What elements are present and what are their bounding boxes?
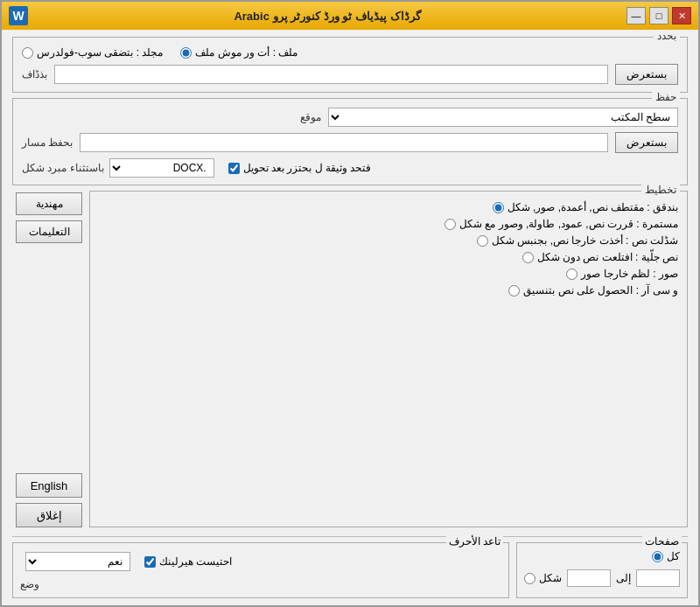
layout-radio-2[interactable]: [477, 235, 488, 247]
location-select[interactable]: سطح المكتب: [328, 108, 678, 127]
layout-option-text-1: مستمرة : قررت نص, عمود, طاولة, وصور مع ش…: [459, 218, 678, 230]
pages-all-label[interactable]: كل: [652, 550, 680, 562]
layout-option-text-5: و سی آر : الحصول على نص بتنسيق: [523, 284, 678, 297]
instructions-button[interactable]: التعليمات: [16, 220, 82, 243]
file-radio-label[interactable]: ملف : أت ور موش ملف: [180, 46, 298, 59]
layout-radio-label-0[interactable]: بندقق : مقتطف نص, أعمدة, صور, شكل: [493, 201, 678, 213]
layout-radio-label-2[interactable]: شڈلت نص : أخذت خارجا نص, بجنبس شكل: [477, 234, 678, 247]
pages-label: صفحات: [642, 535, 682, 548]
folder-radio[interactable]: [22, 47, 33, 59]
layout-option-text-0: بندقق : مقتطف نص, أعمدة, صور, شكل: [508, 201, 678, 213]
advanced-button[interactable]: مهندية: [16, 192, 82, 215]
pdf-path-input[interactable]: [54, 65, 608, 84]
file-radio[interactable]: [180, 47, 192, 59]
english-button[interactable]: English: [16, 473, 82, 498]
layout-option-4: صور : لظم خارجا صور: [99, 268, 678, 280]
layout-radio-label-4[interactable]: صور : لظم خارجا صور: [566, 268, 678, 280]
layout-radio-5[interactable]: [508, 285, 520, 297]
chars-group: تاعد الأحرف احتيست هيرلينك نعم وضع: [12, 542, 509, 598]
title-buttons: ✕ □ —: [626, 7, 691, 24]
pages-from-input[interactable]: [567, 569, 611, 587]
layout-radio-label-1[interactable]: مستمرة : قررت نص, عمود, طاولة, وصور مع ش…: [444, 218, 678, 230]
layout-radio-label-5[interactable]: و سی آر : الحصول على نص بتنسيق: [508, 284, 678, 297]
layout-radio-3[interactable]: [522, 252, 534, 263]
save-section-label: حفظ: [652, 91, 680, 103]
chars-section-label: تاعد الأحرف: [446, 535, 503, 548]
layout-section-label: تخطيط: [641, 184, 680, 196]
app-icon: W: [9, 6, 28, 25]
pages-shape-radio[interactable]: [524, 573, 536, 584]
open-after-text: فتحد وثيقة ل بحتزر بعد تحويل: [243, 162, 372, 174]
layout-group: تخطيط بندقق : مقتطف نص, أعمدة, صور, شكل …: [89, 191, 688, 527]
save-section: حفظ سطح المكتب موقع بستعرض بحفظ مسار فتح…: [12, 98, 688, 185]
open-after-label[interactable]: فتحد وثيقة ل بحتزر بعد تحويل: [228, 162, 372, 174]
window-title: گرڈاک پیڈیاف ٹو ورڈ کنورٹر پرو Arabic: [28, 10, 626, 23]
layout-option-0: بندقق : مقتطف نص, أعمدة, صور, شكل: [99, 201, 678, 213]
layout-option-text-4: صور : لظم خارجا صور: [581, 268, 678, 280]
pages-to-label: إلى: [616, 572, 631, 584]
layout-section: تخطيط بندقق : مقتطف نص, أعمدة, صور, شكل …: [89, 191, 688, 527]
pages-to-input[interactable]: [636, 569, 680, 587]
folder-radio-label[interactable]: مجلد : بتضقى سوب-فولدرس: [22, 46, 163, 59]
hyperlink-label[interactable]: احتيست هيرلينك: [144, 555, 232, 568]
pages-all-row: كل: [524, 550, 680, 562]
action-buttons: مهندية التعليمات English إغلاق: [12, 191, 82, 527]
hyperlink-text: احتيست هيرلينك: [159, 555, 232, 568]
pages-group: صفحات كل إلى شكل: [516, 542, 688, 598]
hyperlink-checkbox[interactable]: [144, 556, 156, 568]
layout-option-text-2: شڈلت نص : أخذت خارجا نص, بجنبس شكل: [492, 234, 678, 247]
minimize-button[interactable]: —: [626, 7, 646, 24]
mode-label: وضع: [20, 578, 39, 590]
new-section: بحدد ملف : أت ور موش ملف مجلد : بتضقى سو…: [12, 37, 688, 93]
bottom-panel: صفحات كل إلى شكل: [12, 536, 688, 598]
browse-pdf-button[interactable]: بستعرض: [615, 64, 678, 85]
layout-option-text-3: نص جلّية : افتلعت نص دون شكل: [537, 251, 678, 263]
pages-shape-text: شكل: [539, 572, 562, 584]
save-path-label: بحفظ مسار: [22, 136, 73, 149]
format-select[interactable]: .DOCX: [109, 158, 214, 178]
browse-pdf-label: بذڈاف: [22, 68, 47, 80]
layout-radio-1[interactable]: [444, 219, 456, 230]
pages-all-text: كل: [667, 550, 680, 562]
layout-option-1: مستمرة : قررت نص, عمود, طاولة, وصور مع ش…: [99, 218, 678, 230]
file-radio-text: ملف : أت ور موش ملف: [195, 46, 298, 59]
layout-option-3: نص جلّية : افتلعت نص دون شكل: [99, 251, 678, 263]
layout-radio-0[interactable]: [493, 202, 504, 213]
open-after-container: فتحد وثيقة ل بحتزر بعد تحويل: [228, 162, 372, 174]
layout-option-2: شڈلت نص : أخذت خارجا نص, بجنبس شكل: [99, 234, 678, 247]
open-after-checkbox[interactable]: [228, 163, 240, 174]
save-path-button[interactable]: بستعرض: [615, 132, 678, 153]
layout-radio-label-3[interactable]: نص جلّية : افتلعت نص دون شكل: [522, 251, 678, 263]
maximize-button[interactable]: □: [649, 7, 668, 24]
layout-option-5: و سی آر : الحصول على نص بتنسيق: [99, 284, 678, 297]
save-path-input[interactable]: [80, 133, 608, 152]
title-bar: ✕ □ — گرڈاک پیڈیاف ٹو ورڈ کنورٹر پرو Ara…: [2, 2, 698, 30]
layout-radio-4[interactable]: [566, 269, 578, 280]
layout-area: تخطيط بندقق : مقتطف نص, أعمدة, صور, شكل …: [12, 191, 688, 527]
format-label: باستثناء مبرد شكل: [22, 162, 104, 174]
folder-radio-text: مجلد : بتضقى سوب-فولدرس: [37, 46, 163, 59]
content-area: بحدد ملف : أت ور موش ملف مجلد : بتضقى سو…: [2, 30, 698, 605]
pages-range-row: إلى شكل: [524, 569, 680, 587]
pages-shape-label[interactable]: شكل: [524, 572, 562, 584]
chars-select[interactable]: نعم: [25, 552, 130, 571]
close-dialog-button[interactable]: إغلاق: [16, 503, 82, 527]
close-window-button[interactable]: ✕: [672, 7, 691, 24]
location-label: موقع: [300, 111, 321, 123]
main-window: ✕ □ — گرڈاک پیڈیاف ٹو ورڈ کنورٹر پرو Ara…: [0, 0, 700, 607]
new-section-label: بحدد: [654, 30, 680, 42]
pages-all-radio[interactable]: [652, 551, 663, 562]
